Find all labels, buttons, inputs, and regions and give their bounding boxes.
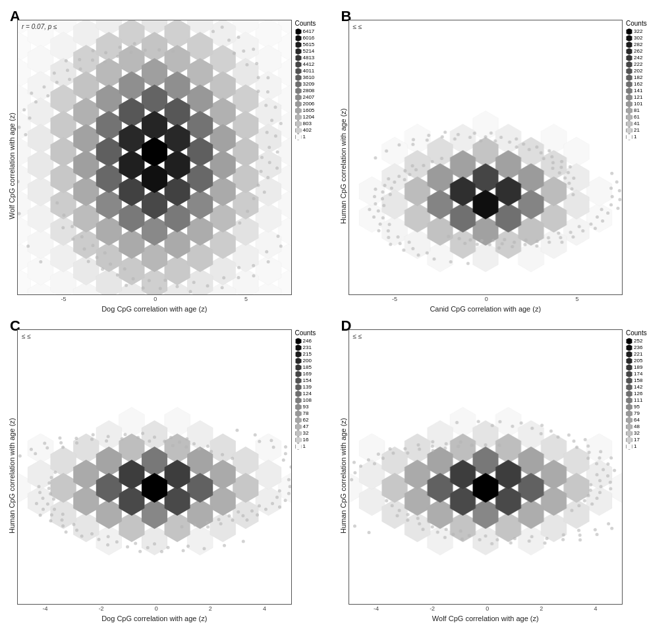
legend-value: 142 xyxy=(634,385,642,391)
main-container: AWolf CpG correlation with age (z)r = 0.… xyxy=(0,0,672,629)
x-tick: 4 xyxy=(263,605,266,612)
legend-swatch xyxy=(626,391,632,397)
x-tick: -2 xyxy=(430,605,435,612)
legend-value: 174 xyxy=(634,371,642,377)
legend-swatch xyxy=(626,41,632,48)
legend-item: 6417 xyxy=(295,28,315,35)
legend-item: 205 xyxy=(626,358,642,364)
legend-value: 78 xyxy=(303,411,309,417)
x-tick: -4 xyxy=(43,605,48,612)
legend-value: 162 xyxy=(634,82,642,88)
legend-item: 62 xyxy=(295,417,309,424)
legend-area: Counts2462312152001851691541391241089378… xyxy=(292,329,335,622)
plot-wrapper-B: ≤ ≤-505Canid CpG correlation with age (z… xyxy=(349,20,623,313)
legend-value: 6417 xyxy=(303,29,315,35)
legend-swatch xyxy=(295,48,302,55)
legend-swatch xyxy=(626,74,632,81)
plot-area-C: Human CpG correlation with age (z)≤ ≤-4-… xyxy=(7,316,335,622)
legend-value: 803 xyxy=(303,121,312,127)
legend-value: 48 xyxy=(634,424,640,430)
panel-C: CHuman CpG correlation with age (z)≤ ≤-4… xyxy=(7,316,335,622)
legend-value: 402 xyxy=(303,128,312,134)
legend-value: 61 xyxy=(634,115,640,121)
legend-item: 64 xyxy=(626,417,640,424)
legend-swatch xyxy=(295,351,302,358)
legend-swatch xyxy=(626,28,632,35)
legend-swatch xyxy=(626,81,632,88)
legend-swatch xyxy=(295,344,302,351)
legend-item: 93 xyxy=(295,404,309,410)
legend-value: 169 xyxy=(303,371,312,377)
legend-swatch xyxy=(295,437,302,443)
legend-value: 158 xyxy=(634,378,642,384)
legend-item: 242 xyxy=(626,55,642,61)
legend-value: 4011 xyxy=(303,68,315,74)
legend-swatch xyxy=(626,377,632,384)
legend-swatch xyxy=(626,404,632,410)
legend-value: 41 xyxy=(634,121,640,127)
legend-swatch xyxy=(626,443,632,450)
legend-item: 111 xyxy=(626,397,642,404)
legend-value: 121 xyxy=(634,95,642,101)
legend-swatch xyxy=(295,384,302,391)
legend-swatch xyxy=(626,61,632,68)
legend-area: Counts3223022822622422222021821621411211… xyxy=(623,20,665,313)
legend-value: 93 xyxy=(303,404,309,410)
plot-wrapper-D: ≤ ≤-4-2024Wolf CpG correlation with age … xyxy=(349,329,623,622)
legend-swatch xyxy=(626,121,632,127)
legend-value: 282 xyxy=(634,42,642,48)
legend-item: 61 xyxy=(626,114,640,121)
x-tick: 5 xyxy=(244,296,248,302)
legend-item: 2407 xyxy=(295,94,315,101)
legend-value: 154 xyxy=(303,378,312,384)
legend-item: 126 xyxy=(626,391,642,397)
legend-swatch xyxy=(626,48,632,55)
legend-value: 1 xyxy=(303,444,306,450)
legend-value: 32 xyxy=(303,431,309,437)
legend-item: 16 xyxy=(295,437,309,443)
x-tick: 0 xyxy=(155,605,158,612)
legend-item: 41 xyxy=(626,121,640,127)
x-ticks-B: -505 xyxy=(349,295,623,303)
legend-item: 17 xyxy=(626,437,640,443)
legend-swatch xyxy=(295,134,302,140)
legend-value: 185 xyxy=(303,365,312,371)
legend-value: 5214 xyxy=(303,49,315,55)
x-tick: -2 xyxy=(99,605,104,612)
legend-swatch xyxy=(295,114,302,121)
legend-item: 182 xyxy=(626,74,642,81)
legend-value: 126 xyxy=(634,391,642,397)
inset-annotation-D: ≤ ≤ xyxy=(353,333,362,340)
legend-item: 79 xyxy=(626,410,640,417)
legend-item: 95 xyxy=(626,404,640,410)
legend-swatch xyxy=(295,430,302,437)
legend-item: 262 xyxy=(626,48,642,55)
legend-item: 1 xyxy=(295,443,306,450)
legend-value: 21 xyxy=(634,128,640,134)
legend-title: Counts xyxy=(626,20,647,27)
x-tick: 5 xyxy=(576,296,579,302)
legend-value: 62 xyxy=(303,418,309,424)
x-ticks-C: -4-2024 xyxy=(17,605,292,613)
legend-value: 202 xyxy=(634,68,642,74)
legend-item: 21 xyxy=(626,127,640,134)
legend-title: Counts xyxy=(295,329,316,337)
plot-and-legend-B: ≤ ≤-505Canid CpG correlation with age (z… xyxy=(349,20,666,313)
legend-swatch xyxy=(295,397,302,404)
legend-swatch xyxy=(295,28,302,35)
legend-swatch xyxy=(626,94,632,101)
legend-swatch xyxy=(626,107,632,114)
legend-value: 32 xyxy=(634,431,640,437)
legend-swatch xyxy=(295,94,302,101)
panel-D: DHuman CpG correlation with age (z)≤ ≤-4… xyxy=(338,316,666,622)
legend-value: 1 xyxy=(303,134,306,140)
legend-value: 1204 xyxy=(303,115,315,121)
legend-swatch xyxy=(626,397,632,404)
panel-A: AWolf CpG correlation with age (z)r = 0.… xyxy=(7,7,335,313)
legend-item: 252 xyxy=(626,338,642,344)
legend-value: 252 xyxy=(634,339,642,344)
legend-value: 64 xyxy=(634,418,640,424)
hexplot-D xyxy=(349,330,623,604)
legend-item: 1 xyxy=(626,443,636,450)
y-axis-label-C: Human CpG correlation with age (z) xyxy=(7,329,17,622)
